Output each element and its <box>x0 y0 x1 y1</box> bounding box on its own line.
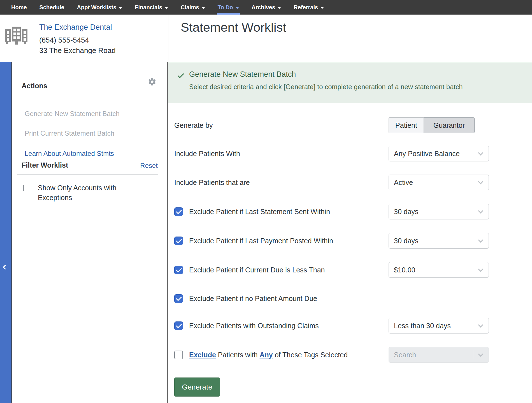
building-icon <box>4 25 29 46</box>
select-placeholder: Search <box>394 351 416 359</box>
form-row-last-payment: Exclude Patient if Last Payment Posted W… <box>174 233 526 249</box>
toggle-option-guarantor[interactable]: Guarantor <box>424 117 475 133</box>
toggle-option-patient[interactable]: Patient <box>389 117 424 133</box>
filter-worklist-title: Filter Worklist <box>22 161 68 169</box>
nav-label: Referrals <box>294 4 318 11</box>
include-status-label: Include Patients that are <box>174 179 250 187</box>
generate-by-label: Generate by <box>174 121 213 129</box>
show-exceptions-label: Show Only Accounts with Exceptions <box>38 183 117 203</box>
nav-label: Financials <box>135 4 162 11</box>
current-due-checkbox[interactable] <box>174 266 183 274</box>
nav-label: Schedule <box>40 4 64 11</box>
last-payment-checkbox[interactable] <box>174 237 183 245</box>
chevron-down-icon <box>478 208 483 213</box>
action-generate-new-batch[interactable]: Generate New Statement Batch <box>25 110 120 118</box>
generate-by-toggle: Patient Guarantor <box>389 117 475 133</box>
generate-button[interactable]: Generate <box>174 377 220 397</box>
chevron-down-icon <box>478 351 483 356</box>
outstanding-claims-select[interactable]: Less than 30 days <box>389 318 489 333</box>
chevron-down-icon <box>236 7 239 9</box>
last-payment-select[interactable]: 30 days <box>389 233 489 249</box>
last-statement-checkbox[interactable] <box>174 207 183 216</box>
reset-filter-link[interactable]: Reset <box>140 162 158 170</box>
include-status-select[interactable]: Active <box>389 175 489 190</box>
sidebar: Actions Generate New Statement Batch Pri… <box>12 62 168 403</box>
tags-checkbox[interactable] <box>174 351 183 359</box>
form-row-last-statement: Exclude Patient if Last Statement Sent W… <box>174 204 526 219</box>
exclude-mode-link[interactable]: Exclude <box>189 351 216 359</box>
nav-label: Home <box>11 4 27 11</box>
form-row-no-amount-due: Exclude Patient if no Patient Amount Due <box>174 291 526 306</box>
nav-item-referrals[interactable]: Referrals <box>294 0 324 15</box>
divider <box>17 174 158 175</box>
practice-phone: (654) 555-5454 <box>39 35 116 45</box>
collapse-sidebar-icon[interactable] <box>3 265 8 270</box>
label-line: Exceptions <box>38 193 117 203</box>
chevron-down-icon <box>202 7 205 9</box>
outstanding-claims-label: Exclude Patients with Outstanding Claims <box>189 322 319 330</box>
practice-address: 33 The Exchange Road <box>39 45 116 56</box>
chevron-down-icon <box>478 150 483 155</box>
current-due-label: Exclude Patient if Current Due is Less T… <box>189 266 325 274</box>
app-window: Home Schedule Appt Worklists Financials … <box>0 0 532 403</box>
nav-item-appt-worklists[interactable]: Appt Worklists <box>77 0 122 15</box>
tags-label-mid: Patients with <box>218 351 258 359</box>
tags-search-select[interactable]: Search <box>389 347 489 363</box>
select-value: $10.00 <box>394 266 415 274</box>
chevron-down-icon <box>278 7 281 9</box>
page-header: The Exchange Dental (654) 555-5454 33 Th… <box>0 15 532 62</box>
divider <box>17 99 158 99</box>
nav-label: Appt Worklists <box>77 4 117 11</box>
select-value: 30 days <box>394 208 419 216</box>
chevron-down-icon <box>478 237 483 242</box>
select-value: 30 days <box>394 237 419 245</box>
nav-label: Archives <box>252 4 275 11</box>
nav-item-archives[interactable]: Archives <box>252 0 281 15</box>
actions-title: Actions <box>22 82 47 90</box>
action-print-current-batch[interactable]: Print Current Statement Batch <box>25 129 114 137</box>
chevron-down-icon <box>478 179 483 184</box>
top-nav: Home Schedule Appt Worklists Financials … <box>0 0 532 15</box>
show-exceptions-checkbox[interactable] <box>23 185 24 191</box>
last-payment-label: Exclude Patient if Last Payment Posted W… <box>189 237 333 245</box>
no-amount-due-label: Exclude Patient if no Patient Amount Due <box>189 295 317 303</box>
nav-label: To Do <box>218 4 233 11</box>
practice-header: The Exchange Dental (654) 555-5454 33 Th… <box>0 15 168 62</box>
include-with-label: Include Patients With <box>174 150 240 158</box>
form-row-current-due: Exclude Patient if Current Due is Less T… <box>174 262 526 278</box>
chevron-down-icon <box>478 267 483 272</box>
last-statement-select[interactable]: 30 days <box>389 204 489 219</box>
chevron-down-icon <box>119 7 122 9</box>
nav-item-financials[interactable]: Financials <box>135 0 168 15</box>
main-panel: Generate New Statement Batch Select desi… <box>168 62 532 403</box>
nav-label: Claims <box>181 4 199 11</box>
no-amount-due-checkbox[interactable] <box>174 294 183 303</box>
chevron-down-icon <box>165 7 168 9</box>
outstanding-claims-checkbox[interactable] <box>174 321 183 330</box>
nav-item-to-do[interactable]: To Do <box>218 0 239 15</box>
label-line: Show Only Accounts with <box>38 183 117 193</box>
tags-label: Exclude Patients with Any of These Tags … <box>189 351 348 359</box>
practice-name-link[interactable]: The Exchange Dental <box>39 23 116 32</box>
select-value: Active <box>394 179 413 187</box>
practice-info: The Exchange Dental (654) 555-5454 33 Th… <box>39 23 116 56</box>
tags-label-end: of These Tags Selected <box>275 351 348 359</box>
nav-item-claims[interactable]: Claims <box>181 0 205 15</box>
action-learn-automated-stmts[interactable]: Learn About Automated Stmts <box>25 150 114 158</box>
select-value: Less than 30 days <box>394 322 451 330</box>
nav-item-schedule[interactable]: Schedule <box>40 0 64 15</box>
form-row-include-status: Include Patients that are Active <box>174 175 526 190</box>
check-icon <box>178 72 184 78</box>
banner-title: Generate New Statement Batch <box>189 70 296 79</box>
any-mode-link[interactable]: Any <box>260 351 273 359</box>
title-header: Statement Worklist <box>168 15 532 62</box>
nav-item-home[interactable]: Home <box>11 0 27 15</box>
include-with-select[interactable]: Any Positive Balance <box>389 146 489 161</box>
banner-subtitle: Select desired criteria and click [Gener… <box>189 83 463 91</box>
current-due-select[interactable]: $10.00 <box>389 262 489 278</box>
last-statement-label: Exclude Patient if Last Statement Sent W… <box>189 208 330 216</box>
form-row-tags: Exclude Patients with Any of These Tags … <box>174 347 526 363</box>
status-banner: Generate New Statement Batch Select desi… <box>168 62 532 103</box>
gear-icon[interactable] <box>148 77 157 86</box>
form-row-generate-by: Generate by Patient Guarantor <box>174 117 526 133</box>
